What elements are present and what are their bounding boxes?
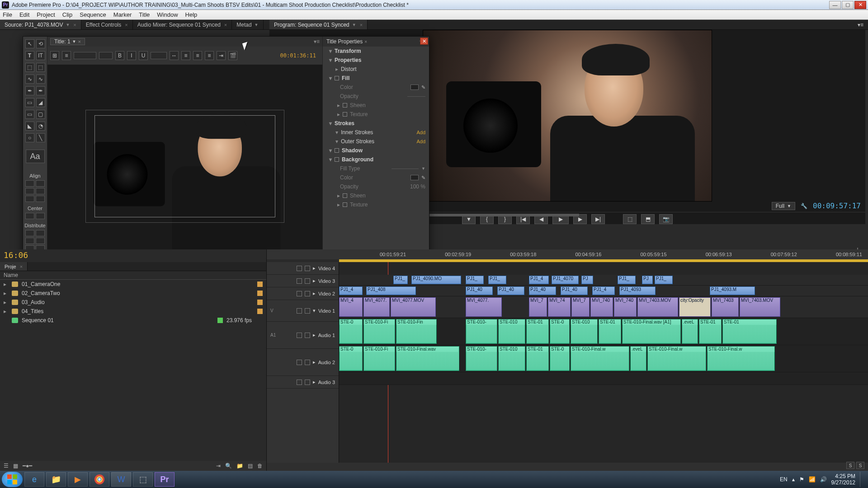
chevron-down-icon[interactable]: ▼ <box>421 166 425 171</box>
menu-file[interactable]: File <box>3 11 12 18</box>
font-browser-button[interactable]: Aa <box>26 150 45 163</box>
timeline-clip[interactable]: PJ1_4 <box>592 286 615 295</box>
prop-strokes-header[interactable]: Strokes <box>335 120 354 127</box>
snap-button[interactable]: S <box>846 462 854 469</box>
disclosure-triangle-icon[interactable]: ▸ <box>4 299 8 305</box>
timeline-clip[interactable]: PJ1_408 <box>366 286 416 295</box>
area-type-tool[interactable]: ⬚ <box>25 63 34 72</box>
timeline-clip[interactable]: PJ <box>581 276 593 284</box>
disclosure-triangle-icon[interactable]: ▸ <box>4 290 8 296</box>
close-icon[interactable]: × <box>364 39 367 44</box>
timeline-audio-clip[interactable]: STE-010-Fi <box>363 319 395 344</box>
distribute-v-button[interactable] <box>36 230 45 236</box>
center-vertical-button[interactable] <box>36 213 45 219</box>
timeline-audio-clip[interactable]: STE-010- <box>466 346 497 371</box>
disclosure-triangle-icon[interactable]: ▾ <box>329 75 332 81</box>
distribute-left-button[interactable] <box>25 238 34 244</box>
timeline-audio-clip[interactable]: STE-01 <box>699 319 722 344</box>
font-family-dropdown[interactable] <box>74 52 96 59</box>
zoom-fit-dropdown[interactable]: Full ▼ <box>772 202 795 210</box>
panel-menu-button[interactable]: ▾≡ <box>853 20 868 29</box>
add-inner-stroke-button[interactable]: Add <box>416 130 425 135</box>
center-horizontal-button[interactable] <box>25 213 34 219</box>
disclosure-triangle-icon[interactable]: ▾ <box>329 57 332 63</box>
chevron-down-icon[interactable]: ▼ <box>255 23 259 27</box>
find-button[interactable]: 🔍 <box>225 463 232 469</box>
prop-texture[interactable]: Texture <box>350 111 368 117</box>
toggle-track-output-button[interactable] <box>297 291 302 296</box>
close-icon[interactable]: × <box>20 264 23 269</box>
timeline-audio-clip[interactable]: STE-01 <box>526 346 549 371</box>
go-to-out-button[interactable]: ▶| <box>591 214 605 224</box>
disclosure-triangle-icon[interactable]: ▸ <box>337 202 340 208</box>
bold-button[interactable]: B <box>115 51 124 60</box>
ellipse-tool[interactable]: ○ <box>25 133 34 142</box>
timeline-audio-clip[interactable]: STE-010-Final.wav [A1] <box>622 319 681 344</box>
timeline-audio-clip[interactable]: STE-0 <box>550 346 570 371</box>
show-video-button[interactable]: 🎬 <box>228 51 237 60</box>
timeline-audio-clip[interactable]: STE-01 <box>526 319 549 344</box>
menu-sequence[interactable]: Sequence <box>80 11 106 18</box>
bin-row[interactable]: ▸03_Audio <box>0 298 266 307</box>
system-clock[interactable]: 4:25 PM 9/27/2012 <box>831 473 855 486</box>
prop-properties-header[interactable]: Properties <box>335 57 361 63</box>
font-style-dropdown[interactable] <box>99 52 113 59</box>
delete-anchor-tool[interactable]: ▭ <box>25 98 34 107</box>
color-swatch[interactable] <box>410 84 419 90</box>
new-item-button[interactable]: ▤ <box>248 463 253 469</box>
window-minimize-button[interactable]: — <box>829 1 841 9</box>
titler-timecode[interactable]: 00:01:36:11 <box>280 52 316 59</box>
start-button[interactable] <box>2 472 23 487</box>
tab-stops-button[interactable]: ⇥ <box>217 51 226 60</box>
align-right-text-button[interactable]: ≡ <box>205 51 214 60</box>
taskbar-explorer-button[interactable]: 📁 <box>46 472 66 487</box>
project-column-name[interactable]: Name <box>4 272 76 278</box>
track-header-video1[interactable]: V▾Video 1 <box>267 300 339 322</box>
timeline-audio-clip[interactable]: .eveL <box>682 319 698 344</box>
timeline-audio-clip[interactable]: STE-0 <box>550 319 570 344</box>
disclosure-triangle-icon[interactable]: ▸ <box>335 66 338 72</box>
close-icon[interactable]: × <box>78 39 81 44</box>
timeline-audio-clip[interactable]: STE-0 <box>339 346 363 371</box>
close-icon[interactable]: × <box>224 22 227 28</box>
toggle-sync-lock-button[interactable] <box>305 291 310 296</box>
toggle-sync-lock-button[interactable] <box>305 360 310 365</box>
disclosure-triangle-icon[interactable]: ▸ <box>4 308 8 314</box>
timeline-clip[interactable]: MVI_740 <box>590 297 613 317</box>
toggle-sync-lock-button[interactable] <box>305 278 310 284</box>
project-bin-list[interactable]: Name ▸01_CameraOne ▸02_CameraTwo ▸03_Aud… <box>0 271 266 461</box>
bg-texture-checkbox[interactable] <box>343 202 347 207</box>
timeline-audio-clip[interactable]: STE-01 <box>722 319 777 344</box>
tray-network-icon[interactable]: 📶 <box>809 476 816 483</box>
timeline-clip[interactable]: PJ1_40 <box>561 286 588 295</box>
timeline-horizontal-scrollbar[interactable] <box>267 463 868 471</box>
window-maximize-button[interactable]: ▢ <box>842 1 854 9</box>
timeline-tracks-area[interactable]: PJ1_ PJ1_4090.MO PJ1_ PJ1_ PJ1_4 PJ1_407… <box>339 262 868 463</box>
toggle-track-output-button[interactable] <box>297 360 302 365</box>
timeline-audio-clip[interactable]: STE-010 <box>498 346 525 371</box>
extract-button[interactable]: ⬒ <box>641 214 655 224</box>
timeline-audio-clip[interactable]: .eveL <box>630 346 646 371</box>
selection-tool[interactable]: ↖ <box>25 39 34 48</box>
prop-inner-strokes[interactable]: Inner Strokes <box>341 129 373 136</box>
zoom-slider[interactable]: ━●━ <box>23 463 32 469</box>
project-tab[interactable]: Proje× <box>0 262 28 271</box>
label-swatch[interactable] <box>257 300 263 305</box>
align-top-button[interactable] <box>25 188 34 194</box>
add-anchor-tool[interactable]: ✒ <box>36 86 45 95</box>
taskbar-word-button[interactable]: W <box>111 472 131 487</box>
icon-view-button[interactable]: ▦ <box>13 463 18 469</box>
timeline-clip[interactable]: PJ1_4090.MO <box>411 276 461 284</box>
prop-transform-header[interactable]: Transform <box>335 48 361 54</box>
vertical-path-type-tool[interactable]: ∿ <box>36 75 45 84</box>
label-swatch[interactable] <box>257 291 263 296</box>
timeline-clip[interactable]: PJ1_40 <box>529 286 556 295</box>
label-swatch[interactable] <box>257 282 263 287</box>
toggle-track-output-button[interactable] <box>297 333 302 338</box>
bin-row[interactable]: ▸04_Titles <box>0 307 266 316</box>
background-checkbox[interactable] <box>335 157 339 162</box>
disclosure-triangle-icon[interactable]: ▾ <box>329 147 332 154</box>
taskbar-wmp-button[interactable]: ▶ <box>68 472 88 487</box>
show-desktop-button[interactable] <box>860 472 863 487</box>
timeline-clip[interactable]: PJ1_ <box>655 276 673 284</box>
